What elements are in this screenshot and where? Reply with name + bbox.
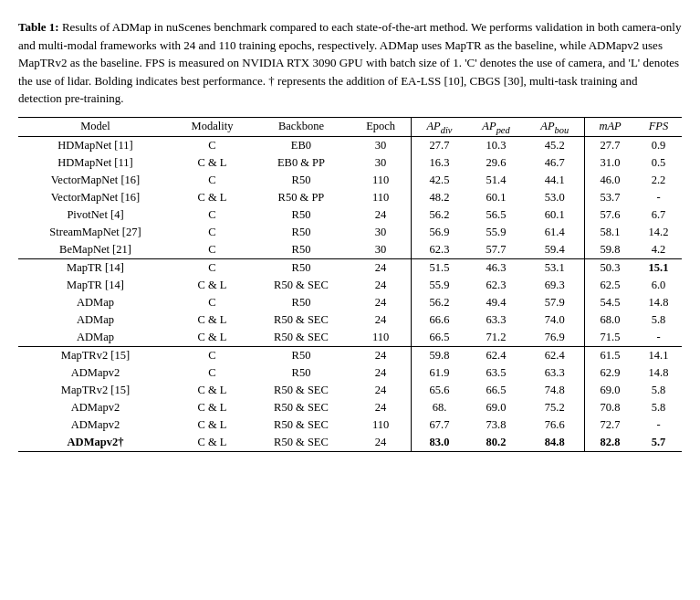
table-cell: 50.3 <box>585 259 635 278</box>
table-row: VectorMapNet [16]CR5011042.551.444.146.0… <box>18 172 682 189</box>
table-cell: 68. <box>412 399 467 416</box>
table-cell: C <box>172 241 252 259</box>
table-row: MapTR [14]CR502451.546.353.150.315.1 <box>18 259 682 278</box>
table-cell: 53.0 <box>525 189 584 206</box>
table-row: ADMapCR502456.249.457.954.514.8 <box>18 294 682 311</box>
col-ap-div: APdiv <box>412 117 467 137</box>
table-cell: 30 <box>350 154 412 172</box>
table-cell: R50 <box>252 172 350 189</box>
table-cell: C <box>172 294 252 311</box>
table-cell: 62.4 <box>467 347 526 365</box>
table-label: Table 1: <box>18 20 59 34</box>
table-cell: 24 <box>350 206 412 224</box>
table-cell: C & L <box>172 416 252 434</box>
table-cell: 4.2 <box>635 241 682 259</box>
table-cell: C <box>172 224 252 241</box>
table-cell: 46.7 <box>525 154 584 172</box>
table-cell: 62.3 <box>412 241 467 259</box>
table-cell: 71.5 <box>585 329 635 347</box>
table-cell: 24 <box>350 311 412 329</box>
table-cell: 27.7 <box>412 137 467 155</box>
table-cell: 5.8 <box>635 399 682 416</box>
table-cell: 83.0 <box>412 434 467 452</box>
table-cell: R50 <box>252 241 350 259</box>
table-cell: MapTRv2 [15] <box>18 347 172 365</box>
table-cell: 76.9 <box>525 329 584 347</box>
table-cell: 16.3 <box>412 154 467 172</box>
col-ap-ped: APped <box>467 117 526 137</box>
table-cell: 75.2 <box>525 399 584 416</box>
table-cell: 14.2 <box>635 224 682 241</box>
table-cell: 24 <box>350 382 412 399</box>
table-header-row: Model Modality Backbone Epoch APdiv APpe… <box>18 117 682 137</box>
table-cell: C & L <box>172 311 252 329</box>
table-cell: 60.1 <box>525 206 584 224</box>
table-cell: MapTR [14] <box>18 259 172 278</box>
table-cell: R50 <box>252 224 350 241</box>
table-cell: 74.8 <box>525 382 584 399</box>
table-cell: C <box>172 206 252 224</box>
table-cell: 24 <box>350 259 412 278</box>
table-row: StreamMapNet [27]CR503056.955.961.458.11… <box>18 224 682 241</box>
table-cell: R50 <box>252 206 350 224</box>
table-cell: 0.9 <box>635 137 682 155</box>
table-cell: 24 <box>350 347 412 365</box>
table-cell: 56.2 <box>412 206 467 224</box>
table-cell: 82.8 <box>585 434 635 452</box>
table-row: VectorMapNet [16]C & LR50 & PP11048.260.… <box>18 189 682 206</box>
table-row: BeMapNet [21]CR503062.357.759.459.84.2 <box>18 241 682 259</box>
table-cell: 46.3 <box>467 259 526 278</box>
table-cell: 62.5 <box>585 277 635 294</box>
table-cell: 56.2 <box>412 294 467 311</box>
col-ap-bou: APbou <box>525 117 584 137</box>
table-cell: - <box>635 329 682 347</box>
table-cell: 46.0 <box>585 172 635 189</box>
table-cell: R50 <box>252 347 350 365</box>
table-cell: 24 <box>350 364 412 382</box>
table-cell: 5.8 <box>635 311 682 329</box>
table-cell: 57.6 <box>585 206 635 224</box>
table-cell: 61.5 <box>585 347 635 365</box>
table-cell: C <box>172 172 252 189</box>
table-cell: HDMapNet [11] <box>18 154 172 172</box>
table-cell: C & L <box>172 154 252 172</box>
table-cell: R50 & SEC <box>252 382 350 399</box>
table-row: HDMapNet [11]CEB03027.710.345.227.70.9 <box>18 137 682 155</box>
table-cell: R50 & SEC <box>252 329 350 347</box>
table-cell: 24 <box>350 277 412 294</box>
table-row: MapTR [14]C & LR50 & SEC2455.962.369.362… <box>18 277 682 294</box>
table-cell: 67.7 <box>412 416 467 434</box>
table-cell: 70.8 <box>585 399 635 416</box>
table-cell: C <box>172 137 252 155</box>
table-cell: R50 & SEC <box>252 277 350 294</box>
col-epoch: Epoch <box>350 117 412 137</box>
table-cell: 57.7 <box>467 241 526 259</box>
table-cell: 24 <box>350 399 412 416</box>
table-cell: 24 <box>350 294 412 311</box>
table-row: PivotNet [4]CR502456.256.560.157.66.7 <box>18 206 682 224</box>
table-cell: ADMapv2† <box>18 434 172 452</box>
col-modality: Modality <box>172 117 252 137</box>
table-cell: R50 <box>252 259 350 278</box>
table-cell: R50 & SEC <box>252 399 350 416</box>
col-fps: FPS <box>635 117 682 137</box>
table-cell: 56.9 <box>412 224 467 241</box>
table-cell: 59.8 <box>585 241 635 259</box>
table-cell: 65.6 <box>412 382 467 399</box>
table-cell: C & L <box>172 329 252 347</box>
table-cell: 74.0 <box>525 311 584 329</box>
table-cell: 73.8 <box>467 416 526 434</box>
table-cell: C & L <box>172 399 252 416</box>
table-cell: 84.8 <box>525 434 584 452</box>
table-cell: 66.6 <box>412 311 467 329</box>
table-cell: - <box>635 189 682 206</box>
table-cell: 63.5 <box>467 364 526 382</box>
table-cell: R50 <box>252 364 350 382</box>
table-cell: 5.7 <box>635 434 682 452</box>
table-cell: MapTR [14] <box>18 277 172 294</box>
table-cell: 2.2 <box>635 172 682 189</box>
table-cell: 48.2 <box>412 189 467 206</box>
table-row: ADMapv2C & LR50 & SEC11067.773.876.672.7… <box>18 416 682 434</box>
table-cell: 30 <box>350 137 412 155</box>
table-cell: 45.2 <box>525 137 584 155</box>
